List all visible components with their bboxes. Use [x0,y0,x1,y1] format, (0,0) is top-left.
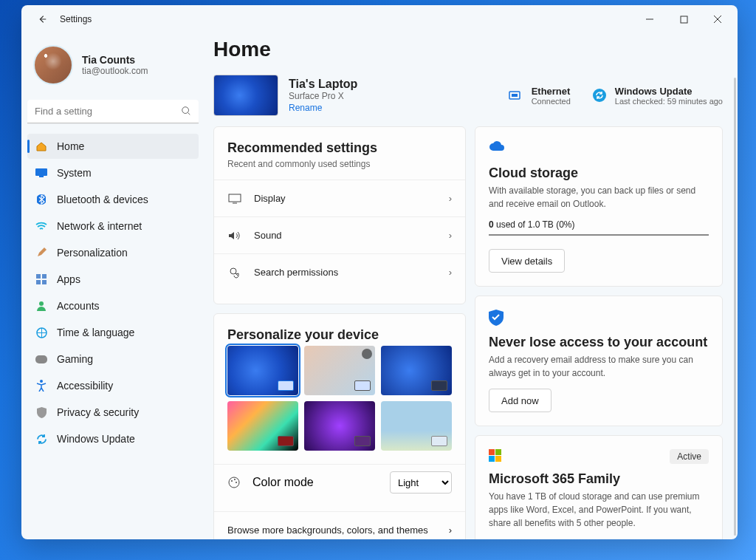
personalize-card: Personalize your device Color mode [213,313,466,539]
arrow-left-icon [37,14,47,24]
person-icon [35,299,48,313]
microsoft-logo-icon [489,449,501,462]
svg-rect-0 [681,16,687,23]
search-box[interactable] [27,100,199,123]
page-title: Home [213,33,723,75]
svg-rect-7 [36,280,41,284]
brush-icon [35,246,48,259]
content-area: Home Tia's Laptop Surface Pro X Rename E… [205,33,738,539]
m365-body: You have 1 TB of cloud storage and can u… [489,490,709,530]
cloud-storage-card: Cloud storage With available storage, yo… [475,126,723,287]
row-sound[interactable]: Sound › [214,216,465,253]
nav-accounts[interactable]: Accounts [27,293,199,318]
chevron-right-icon: › [449,193,452,204]
nav-privacy[interactable]: Privacy & security [27,400,199,425]
nav-system[interactable]: System [27,160,199,185]
avatar [33,45,73,85]
nav-bluetooth[interactable]: Bluetooth & devices [27,187,199,212]
svg-rect-8 [42,280,47,284]
recovery-card: Never lose access to your account Add a … [475,296,723,426]
minimize-icon [645,15,654,24]
monitor-icon [35,166,48,180]
personalize-title: Personalize your device [227,327,452,343]
svg-rect-2 [35,168,47,176]
cloud-body: With available storage, you can back up … [489,184,709,211]
theme-option-3[interactable] [381,346,452,395]
minimize-button[interactable] [633,7,667,31]
status-chip: Active [670,449,709,464]
profile-name: Tia Counts [82,54,148,66]
svg-point-19 [231,480,233,482]
recovery-title: Never lose access to your account [489,335,709,350]
svg-point-1 [182,107,189,114]
view-details-button[interactable]: View details [489,249,565,273]
svg-rect-11 [35,355,47,363]
chevron-right-icon: › [449,525,452,536]
search-shield-icon [227,267,242,279]
device-model: Surface Pro X [289,91,357,101]
globe-clock-icon [35,326,48,339]
theme-option-5[interactable] [304,401,375,451]
network-status[interactable]: EthernetConnected [508,86,571,106]
svg-point-21 [236,482,237,483]
recommended-title: Recommended settings [227,140,452,156]
browse-row[interactable]: Browse more backgrounds, colors, and the… [214,511,465,539]
update-status[interactable]: Windows UpdateLast checked: 59 minutes a… [591,86,723,106]
settings-window: Settings Tia Counts tia@outlook.com Home… [21,5,738,539]
add-now-button[interactable]: Add now [489,389,551,412]
profile-email: tia@outlook.com [82,66,148,76]
shield-icon [35,406,48,419]
nav-gaming[interactable]: Gaming [27,346,199,372]
titlebar: Settings [21,5,738,33]
shield-check-icon [489,310,505,326]
nav-apps[interactable]: Apps [27,267,199,292]
svg-rect-3 [39,176,44,177]
device-thumbnail [213,75,278,116]
accessibility-icon [35,379,48,392]
rename-link[interactable]: Rename [289,103,357,113]
theme-grid [227,346,452,451]
nav-update[interactable]: Windows Update [27,426,199,451]
theme-option-1[interactable] [227,346,298,395]
display-icon [227,194,242,204]
back-button[interactable] [30,7,54,31]
contrast-icon [362,349,372,359]
nav-time[interactable]: Time & language [27,320,199,345]
color-mode-row: Color mode Light [214,464,465,501]
close-icon [713,15,722,24]
sync-icon [591,87,608,103]
chevron-right-icon: › [449,230,452,241]
nav-home[interactable]: Home [27,134,199,159]
color-mode-select[interactable]: Light [390,471,452,494]
svg-rect-14 [512,94,518,97]
cloud-title: Cloud storage [489,165,709,181]
cloud-icon [489,140,505,157]
theme-option-4[interactable] [227,401,298,451]
scrollbar[interactable] [734,78,736,536]
row-search-perm[interactable]: Search permissions › [214,253,465,290]
gamepad-icon [35,352,48,366]
maximize-button[interactable] [667,7,701,31]
row-display[interactable]: Display › [214,180,465,216]
svg-point-12 [40,380,43,383]
svg-point-9 [39,301,44,306]
nav-network[interactable]: Network & internet [27,214,199,239]
svg-point-18 [229,477,239,488]
color-mode-label: Color mode [252,476,378,489]
close-button[interactable] [701,7,735,31]
update-icon [35,432,48,445]
wifi-icon [35,219,48,233]
nav-personalization[interactable]: Personalization [27,240,199,265]
theme-option-2[interactable] [304,346,375,395]
search-input[interactable] [27,100,199,123]
nav-accessibility[interactable]: Accessibility [27,373,199,398]
recovery-body: Add a recovery email address to make sur… [489,353,709,380]
app-title: Settings [60,14,92,24]
nav-list: Home System Bluetooth & devices Network … [27,134,199,451]
home-icon [35,140,48,153]
device-row: Tia's Laptop Surface Pro X Rename Ethern… [213,75,723,116]
storage-bar [489,234,709,236]
profile-block[interactable]: Tia Counts tia@outlook.com [27,39,199,97]
theme-option-6[interactable] [381,401,452,451]
svg-point-17 [230,268,236,274]
